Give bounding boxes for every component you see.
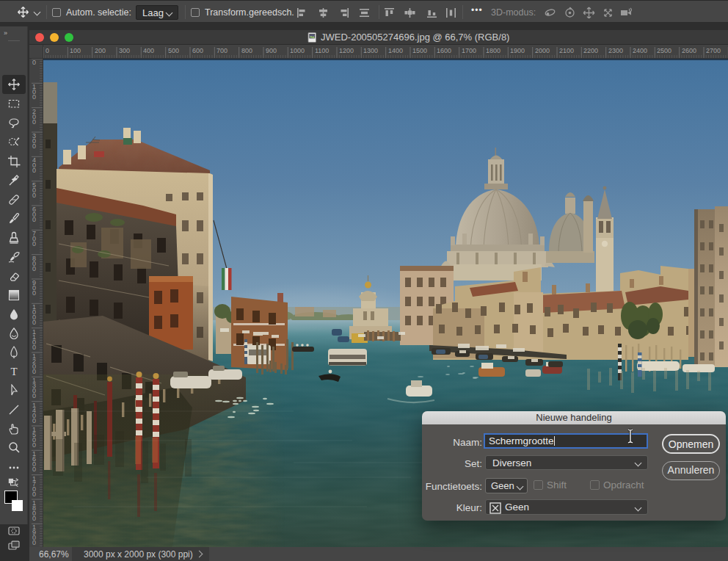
svg-text:T: T (10, 366, 17, 377)
